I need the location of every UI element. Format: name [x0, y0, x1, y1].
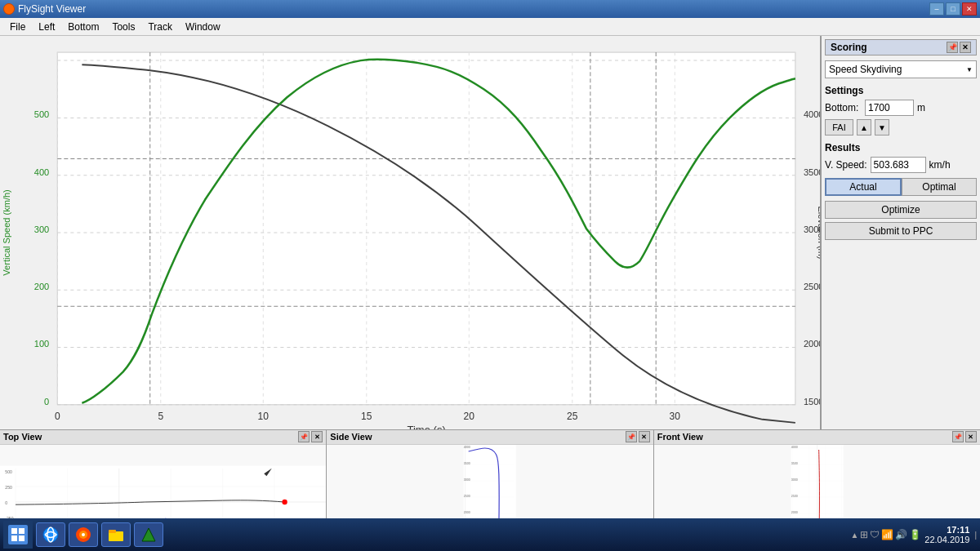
svg-text:Elevation (m): Elevation (m): [817, 206, 820, 259]
svg-text:0: 0: [5, 500, 7, 505]
vspeed-row: V. Speed: km/h: [825, 157, 977, 173]
maximize-button[interactable]: □: [946, 2, 960, 16]
windows-icon: [8, 525, 28, 544]
arrow-up-button[interactable]: ▲: [857, 119, 871, 136]
svg-text:2500: 2500: [464, 495, 470, 498]
front-view-close-icon[interactable]: ✕: [965, 431, 977, 442]
fai-row: FAI ▲ ▼: [825, 119, 977, 136]
svg-text:1500: 1500: [804, 397, 820, 407]
top-view-close-icon[interactable]: ✕: [311, 431, 323, 442]
clock[interactable]: 17:11 22.04.2019: [924, 525, 969, 544]
side-view-pin-icon[interactable]: 📌: [626, 431, 637, 442]
actual-optimal-group: Actual Optimal: [825, 178, 977, 196]
tray-icon-2: 🛡: [870, 529, 880, 540]
dropdown-arrow-icon: ▼: [966, 66, 973, 73]
svg-text:3500: 3500: [791, 462, 798, 465]
menu-bottom[interactable]: Bottom: [61, 20, 105, 34]
taskbar-browser-icon[interactable]: [69, 522, 98, 547]
svg-text:100: 100: [34, 340, 49, 349]
app-icon: [3, 3, 15, 15]
results-section: Results V. Speed: km/h Actual Optimal Op…: [825, 142, 977, 243]
top-view-pin-icon[interactable]: 📌: [298, 431, 310, 442]
svg-text:500: 500: [34, 109, 49, 119]
svg-text:Time (s): Time (s): [407, 424, 445, 429]
svg-text:0: 0: [55, 411, 60, 422]
main-chart-svg: 0 5 10 15 20 25 30 Time (s) 0 100 200 30…: [0, 36, 820, 429]
scoring-panel: Scoring 📌 ✕ Speed Skydiving ▼ Settings B…: [821, 36, 980, 429]
svg-text:2500: 2500: [791, 495, 798, 498]
svg-text:2000: 2000: [791, 511, 798, 514]
actual-button[interactable]: Actual: [825, 178, 902, 196]
front-view-label: Front View: [657, 432, 703, 442]
svg-text:2000: 2000: [464, 511, 470, 514]
svg-text:3500: 3500: [464, 462, 470, 465]
svg-text:3500: 3500: [804, 167, 820, 177]
svg-rect-116: [19, 528, 24, 534]
svg-text:200: 200: [34, 282, 49, 291]
svg-text:Vertical Speed (km/h): Vertical Speed (km/h): [2, 189, 11, 275]
svg-text:30: 30: [670, 411, 681, 422]
tray-icon-5: 🔋: [909, 529, 921, 540]
minimize-button[interactable]: –: [929, 2, 944, 16]
results-label: Results: [825, 142, 977, 153]
title-bar-left: FlySight Viewer: [3, 3, 86, 15]
svg-text:15: 15: [361, 411, 372, 422]
front-view-controls: 📌 ✕: [952, 431, 977, 442]
tray-arrow[interactable]: ▲: [850, 531, 858, 540]
bottom-input[interactable]: [865, 100, 914, 116]
svg-text:300: 300: [34, 224, 49, 234]
scoring-title-label: Scoring: [831, 42, 867, 53]
top-view-controls: 📌 ✕: [298, 431, 323, 442]
taskbar-folder-icon[interactable]: [101, 522, 131, 547]
fai-button[interactable]: FAI: [825, 119, 853, 136]
system-tray: ▲ ⊞ 🛡 📶 🔊 🔋: [850, 529, 921, 540]
close-button[interactable]: ✕: [962, 2, 977, 16]
menu-tools[interactable]: Tools: [105, 20, 141, 34]
svg-text:5: 5: [158, 411, 163, 422]
svg-text:10: 10: [258, 411, 270, 422]
mode-dropdown[interactable]: Speed Skydiving ▼: [825, 60, 977, 78]
tray-icon-3: 📶: [881, 529, 893, 540]
taskbar-right: ▲ ⊞ 🛡 📶 🔊 🔋 17:11 22.04.2019 |: [850, 525, 977, 544]
submit-ppc-button[interactable]: Submit to PPC: [825, 222, 977, 240]
svg-text:3000: 3000: [464, 478, 470, 482]
menu-track[interactable]: Track: [141, 20, 179, 34]
svg-text:500: 500: [5, 469, 12, 474]
svg-rect-117: [11, 535, 17, 541]
optimal-button[interactable]: Optimal: [902, 178, 977, 196]
side-view-title: Side View 📌 ✕: [327, 430, 653, 445]
svg-point-54: [282, 500, 287, 504]
svg-text:400: 400: [34, 167, 49, 177]
menu-window[interactable]: Window: [179, 20, 227, 34]
panel-close-icon[interactable]: ✕: [960, 42, 971, 53]
settings-label: Settings: [825, 85, 977, 96]
arrow-down-button[interactable]: ▼: [875, 119, 889, 136]
taskbar: ▲ ⊞ 🛡 📶 🔊 🔋 17:11 22.04.2019 |: [0, 518, 980, 551]
svg-text:4000: 4000: [791, 446, 798, 449]
svg-text:2500: 2500: [804, 282, 820, 291]
tray-icon-1: ⊞: [860, 529, 868, 540]
front-view-pin-icon[interactable]: 📌: [952, 431, 964, 442]
top-section: 0 5 10 15 20 25 30 Time (s) 0 100 200 30…: [0, 36, 980, 429]
panel-pin-icon[interactable]: 📌: [947, 42, 958, 53]
front-view-title: Front View 📌 ✕: [654, 430, 980, 445]
optimize-button[interactable]: Optimize: [825, 201, 977, 219]
mode-dropdown-value: Speed Skydiving: [829, 64, 902, 75]
window-controls: – □ ✕: [929, 2, 977, 16]
menu-file[interactable]: File: [3, 20, 32, 34]
svg-text:4000: 4000: [804, 109, 820, 119]
bottom-unit: m: [917, 102, 925, 113]
show-desktop-icon[interactable]: |: [974, 531, 977, 540]
tray-icon-4: 🔊: [895, 529, 907, 540]
panel-title-icons: 📌 ✕: [947, 42, 971, 53]
taskbar-ie-icon[interactable]: [36, 522, 65, 547]
side-view-close-icon[interactable]: ✕: [639, 431, 650, 442]
vspeed-value[interactable]: [871, 157, 926, 173]
taskbar-app-icon[interactable]: [134, 522, 163, 547]
top-view-label: Top View: [3, 432, 42, 442]
menu-left[interactable]: Left: [32, 20, 61, 34]
main-chart[interactable]: 0 5 10 15 20 25 30 Time (s) 0 100 200 30…: [0, 36, 821, 429]
side-view-label: Side View: [330, 432, 372, 442]
svg-point-123: [82, 533, 85, 536]
start-button[interactable]: [3, 521, 33, 549]
